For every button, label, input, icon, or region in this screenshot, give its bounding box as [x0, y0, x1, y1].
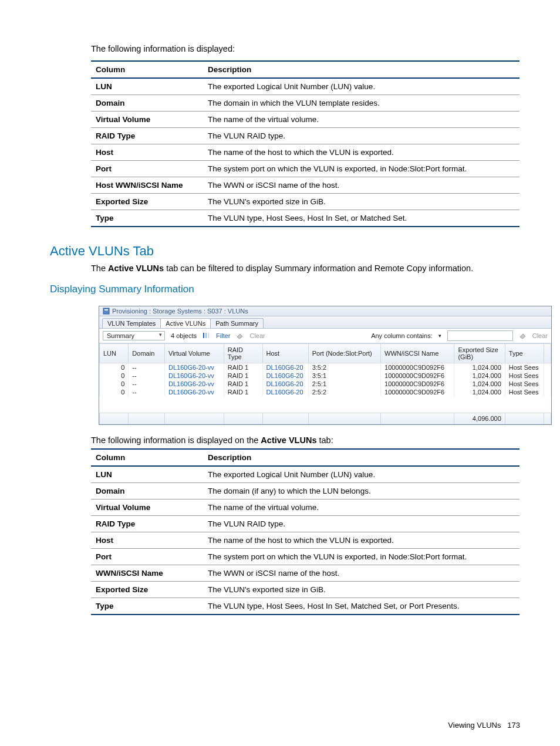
grid-footer-cell — [129, 413, 165, 424]
filter-link[interactable]: Filter — [216, 332, 230, 339]
field-description: The system port on which the VLUN is exp… — [203, 548, 519, 565]
grid-cell: 10000000C9D092F6 — [381, 388, 454, 396]
grid-cell-link[interactable]: DL160G6-20-vv — [168, 364, 214, 371]
grid-column-header[interactable]: Type — [505, 343, 544, 363]
object-count: 4 objects — [171, 332, 197, 339]
field-name: LUN — [91, 466, 203, 483]
field-name: Domain — [91, 94, 203, 111]
field-name: Virtual Volume — [91, 111, 203, 127]
grid-cell-link[interactable]: DL160G6-20 — [266, 364, 303, 371]
svg-marker-5 — [237, 334, 242, 339]
search-input[interactable] — [447, 330, 513, 341]
grid-cell: 0 — [100, 388, 129, 396]
clear-search-link: Clear — [532, 332, 548, 339]
grid-column-header[interactable]: Virtual Volume — [165, 343, 224, 363]
field-description: The WWN or iSCSI name of the host. — [203, 565, 519, 581]
svg-rect-3 — [205, 333, 207, 338]
field-name: Port — [91, 160, 203, 177]
field-description: The VLUN RAID type. — [203, 127, 519, 144]
grid-cell: RAID 1 — [224, 388, 262, 396]
field-description: The VLUN's exported size in GiB. — [203, 581, 519, 598]
grid-cell-link[interactable]: DL160G6-20 — [266, 389, 303, 396]
grid-footer-cell — [262, 413, 308, 424]
grid-column-header[interactable]: WWN/iSCSI Name — [381, 343, 454, 363]
field-description: The name of the host to which the VLUN i… — [203, 532, 519, 548]
grid-cell-link[interactable]: DL160G6-20 — [266, 372, 303, 379]
text: The following information is displayed o… — [91, 436, 261, 445]
grid-cell: 10000000C9D092F6 — [381, 372, 454, 380]
table-row[interactable]: 0--DL160G6-20-vvRAID 1DL160G6-202:5:2100… — [100, 388, 551, 396]
grid-cell: DL160G6-20 — [262, 372, 308, 380]
grid-cell: 0 — [100, 380, 129, 388]
active-vluns-desc-table: Column Description LUNThe exported Logic… — [91, 448, 519, 615]
tab-vlun-templates[interactable]: VLUN Templates — [102, 318, 161, 328]
grid-cell-link[interactable]: DL160G6-20-vv — [168, 389, 214, 396]
table-row[interactable]: 0--DL160G6-20-vvRAID 1DL160G6-203:5:2100… — [100, 363, 551, 372]
field-name: LUN — [91, 78, 203, 95]
table-row[interactable]: 0--DL160G6-20-vvRAID 1DL160G6-203:5:1100… — [100, 372, 551, 380]
grid-cell: DL160G6-20-vv — [165, 372, 224, 380]
grid-column-header[interactable]: Domain — [129, 343, 165, 363]
grid-column-header[interactable]: Host — [262, 343, 308, 363]
grid-cell: DL160G6-20-vv — [165, 388, 224, 396]
grid-cell: Host Sees — [505, 372, 544, 380]
text: tab can be filtered to display Summary i… — [164, 264, 473, 273]
svg-rect-0 — [103, 308, 109, 314]
field-name: Host — [91, 532, 203, 548]
grid-cell-link[interactable]: DL160G6-20 — [266, 380, 303, 387]
view-dropdown[interactable]: Summary — [103, 331, 165, 340]
grid-cell: DL160G6-20 — [262, 388, 308, 396]
table-row[interactable]: 0--DL160G6-20-vvRAID 1DL160G6-202:5:1100… — [100, 380, 551, 388]
vlun-templates-desc-table: Column Description LUNThe exported Logic… — [91, 60, 519, 227]
clear-filter-link: Clear — [249, 332, 265, 339]
grid-cell-link[interactable]: DL160G6-20-vv — [168, 372, 214, 379]
window-titlebar: Provisioning : Storage Systems : S037 : … — [99, 306, 551, 316]
window-title-text: Provisioning : Storage Systems : S037 : … — [112, 308, 248, 315]
tab-active-vluns[interactable]: Active VLUNs — [160, 318, 211, 328]
field-description: The domain in which the VLUN template re… — [203, 94, 519, 111]
grid-column-header[interactable]: Exported Size (GiB) — [454, 343, 505, 363]
field-name: RAID Type — [91, 515, 203, 532]
grid-cell-link[interactable]: DL160G6-20-vv — [168, 380, 214, 387]
field-name: Host — [91, 144, 203, 160]
any-column-label: Any column contains: — [371, 332, 433, 339]
grid-column-header[interactable]: Port (Node:Slot:Port) — [308, 343, 380, 363]
vlun-grid: LUNDomainVirtual VolumeRAID TypeHostPort… — [99, 343, 551, 424]
text-bold: Active VLUNs — [108, 264, 164, 273]
col-header: Column — [91, 449, 203, 466]
tabstrip: VLUN TemplatesActive VLUNsPath Summary — [99, 316, 551, 329]
grid-column-header[interactable]: LUN — [100, 343, 129, 363]
grid-footer-cell — [505, 413, 544, 424]
subsection-heading-summary: Displaying Summary Information — [50, 283, 520, 295]
intro-text-2: The following information is displayed o… — [91, 436, 520, 445]
tab-path-summary[interactable]: Path Summary — [210, 318, 264, 328]
grid-cell: RAID 1 — [224, 363, 262, 372]
grid-footer-cell — [165, 413, 224, 424]
field-description: The VLUN type, Host Sees, Host In Set, o… — [203, 210, 519, 227]
grid-cell: 3:5:1 — [308, 372, 380, 380]
chevron-down-icon[interactable]: ▾ — [438, 333, 441, 339]
grid-footer-cell — [224, 413, 262, 424]
grid-cell: Host Sees — [505, 363, 544, 372]
col-header: Description — [203, 61, 519, 78]
window-icon — [103, 308, 110, 315]
grid-cell: DL160G6-20-vv — [165, 363, 224, 372]
field-name: Virtual Volume — [91, 499, 203, 515]
svg-marker-6 — [520, 334, 525, 339]
scrollbar-header-spacer — [544, 343, 551, 363]
field-name: RAID Type — [91, 127, 203, 144]
grid-cell: -- — [129, 372, 165, 380]
grid-column-header[interactable]: RAID Type — [224, 343, 262, 363]
grid-cell — [544, 372, 551, 380]
grid-footer-cell: 4,096.000 — [454, 413, 505, 424]
grid-cell: DL160G6-20 — [262, 363, 308, 372]
text: tab: — [316, 436, 333, 445]
text: The — [91, 264, 108, 273]
svg-rect-4 — [208, 333, 209, 338]
grid-cell — [544, 380, 551, 388]
grid-cell: 1,024.000 — [454, 388, 505, 396]
footer-section: Viewing VLUNs — [448, 721, 501, 730]
toolbar: Summary 4 objects Filter Clear Any colum… — [99, 329, 551, 343]
grid-cell: 10000000C9D092F6 — [381, 380, 454, 388]
filter-icon[interactable] — [203, 332, 210, 339]
